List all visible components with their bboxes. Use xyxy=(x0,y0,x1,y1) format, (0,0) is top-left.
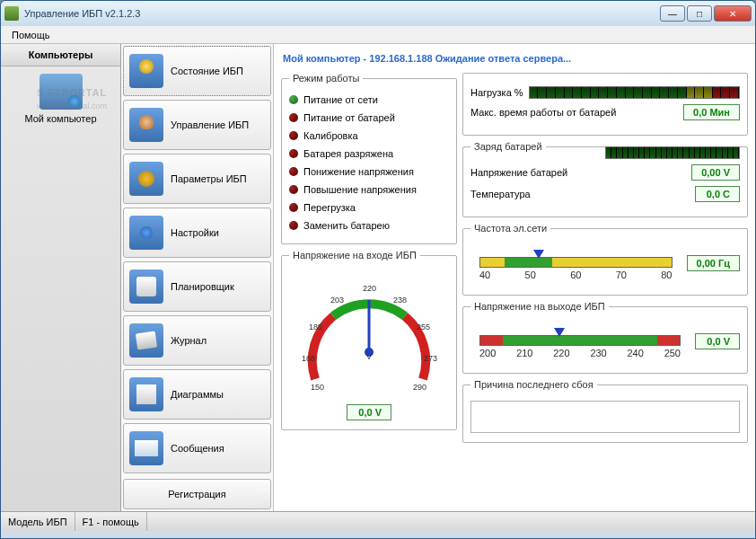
menubar: Помощь xyxy=(1,26,755,44)
mode-row: Повышение напряжения xyxy=(289,181,449,199)
gear-icon xyxy=(129,162,163,196)
window-title: Управление ИБП v2.1.2.3 xyxy=(24,8,660,19)
battery-group: Заряд батарей Напряжение батарей 0,00 V … xyxy=(462,141,748,217)
load-bar xyxy=(529,86,740,99)
runtime-label: Макс. время работы от батарей xyxy=(470,107,616,118)
computer-icon xyxy=(40,74,83,110)
nav-label: Настройки xyxy=(171,227,219,238)
input-voltage-gauge: 150168 185203 220238 255273 290 V xyxy=(293,271,445,397)
app-window: Управление ИБП v2.1.2.3 — □ ✕ Помощь Ком… xyxy=(0,0,756,539)
statusbar: Модель ИБП F1 - помощь xyxy=(1,511,755,531)
load-group: Нагрузка % Макс. время работы от батарей… xyxy=(462,73,748,136)
svg-text:273: 273 xyxy=(424,354,437,363)
connection-status: Мой компьютер - 192.168.1.188 Ожидание о… xyxy=(281,48,748,73)
status-led-icon xyxy=(289,221,298,230)
nav-status[interactable]: Состояние ИБП xyxy=(123,46,271,96)
titlebar[interactable]: Управление ИБП v2.1.2.3 — □ ✕ xyxy=(1,1,755,26)
runtime-value: 0,0 Мин xyxy=(683,104,740,120)
nav-label: Сообщения xyxy=(171,443,224,454)
status-model: Модель ИБП xyxy=(1,512,75,531)
svg-text:255: 255 xyxy=(417,323,430,331)
mode-label: Заменить батарею xyxy=(303,220,390,231)
out-voltage-scale: 200210220230240250 xyxy=(470,328,690,357)
menu-help[interactable]: Помощь xyxy=(6,28,56,42)
mode-label: Перегрузка xyxy=(303,202,356,213)
mode-row: Калибровка xyxy=(289,127,449,145)
mode-row: Питание от батарей xyxy=(289,109,449,127)
nav-settings[interactable]: Настройки xyxy=(123,208,271,258)
failure-group: Причина последнего сбоя xyxy=(462,379,748,443)
minimize-button[interactable]: — xyxy=(660,5,685,22)
bulb-icon xyxy=(129,54,163,88)
nav-params[interactable]: Параметры ИБП xyxy=(123,154,271,204)
status-led-icon xyxy=(289,185,298,194)
battery-legend: Заряд батарей xyxy=(470,141,546,152)
freq-group: Частота эл.сети 4050607080 0,00 Гц xyxy=(462,223,748,296)
battery-temp-label: Температура xyxy=(470,189,531,199)
calendar-icon xyxy=(129,270,163,304)
battery-bar xyxy=(605,146,740,159)
mail-icon xyxy=(129,431,163,465)
input-voltage-legend: Напряжение на входе ИБП xyxy=(289,250,420,261)
nav-label: Планировщик xyxy=(171,281,234,292)
out-voltage-value: 0,0 V xyxy=(695,333,740,349)
freq-scale: 4050607080 xyxy=(470,250,681,278)
nav-label: Управление ИБП xyxy=(171,119,249,130)
status-led-icon xyxy=(289,113,298,122)
freq-value: 0,00 Гц xyxy=(687,255,740,271)
svg-text:150: 150 xyxy=(311,383,324,392)
mode-label: Батарея разряжена xyxy=(303,148,393,159)
nav-scheduler[interactable]: Планировщик xyxy=(123,261,271,312)
mode-group: Режим работы Питание от сетиПитание от б… xyxy=(281,73,457,244)
nav-register[interactable]: Регистрация xyxy=(123,479,271,509)
gauge-unit: V xyxy=(366,352,372,361)
svg-text:203: 203 xyxy=(330,296,344,305)
battery-volt-value: 0,00 V xyxy=(691,164,740,181)
mode-row: Питание от сети xyxy=(289,91,449,109)
svg-text:238: 238 xyxy=(393,296,407,305)
status-led-icon xyxy=(289,131,298,140)
battery-volt-label: Напряжение батарей xyxy=(470,167,567,178)
status-led-icon xyxy=(289,149,298,158)
out-voltage-group: Напряжение на выходе ИБП 200210220230240… xyxy=(462,301,748,374)
freq-legend: Частота эл.сети xyxy=(470,223,550,234)
settings-icon xyxy=(129,216,163,250)
mode-label: Повышение напряжения xyxy=(303,184,417,195)
status-led-icon xyxy=(289,95,298,104)
svg-text:168: 168 xyxy=(302,354,315,363)
nav-column: Состояние ИБП Управление ИБП Параметры И… xyxy=(121,44,274,511)
app-icon xyxy=(4,6,19,21)
input-voltage-group: Напряжение на входе ИБП xyxy=(281,250,457,430)
mode-label: Калибровка xyxy=(303,130,358,141)
svg-text:185: 185 xyxy=(309,323,322,331)
nav-messages[interactable]: Сообщения xyxy=(123,423,271,473)
battery-temp-value: 0,0 C xyxy=(695,186,740,202)
svg-text:220: 220 xyxy=(363,284,376,293)
load-label: Нагрузка % xyxy=(470,87,523,98)
close-button[interactable]: ✕ xyxy=(714,5,752,22)
mode-row: Понижение напряжения xyxy=(289,163,449,181)
mode-label: Питание от батарей xyxy=(303,112,395,123)
failure-text xyxy=(470,401,740,433)
maximize-button[interactable]: □ xyxy=(687,5,712,22)
input-voltage-value: 0,0 V xyxy=(347,404,391,420)
nav-label: Состояние ИБП xyxy=(171,66,243,76)
status-help: F1 - помощь xyxy=(75,512,147,531)
nav-control[interactable]: Управление ИБП xyxy=(123,100,271,150)
mode-label: Понижение напряжения xyxy=(303,166,414,177)
mode-legend: Режим работы xyxy=(289,73,363,84)
nav-journal[interactable]: Журнал xyxy=(123,315,271,366)
status-led-icon xyxy=(289,167,298,176)
nav-label: Диаграммы xyxy=(171,389,224,400)
sidebar-item-computer[interactable]: Мой компьютер xyxy=(1,66,120,131)
main-panel: Мой компьютер - 192.168.1.188 Ожидание о… xyxy=(274,44,755,511)
nav-label: Параметры ИБП xyxy=(171,173,247,184)
chart-icon xyxy=(129,377,163,411)
nav-charts[interactable]: Диаграммы xyxy=(123,369,271,420)
status-led-icon xyxy=(289,203,298,212)
out-voltage-legend: Напряжение на выходе ИБП xyxy=(470,301,609,312)
failure-legend: Причина последнего сбоя xyxy=(470,379,597,390)
mode-row: Батарея разряжена xyxy=(289,145,449,163)
svg-text:290: 290 xyxy=(413,383,426,392)
sidebar-item-label: Мой компьютер xyxy=(4,113,117,124)
